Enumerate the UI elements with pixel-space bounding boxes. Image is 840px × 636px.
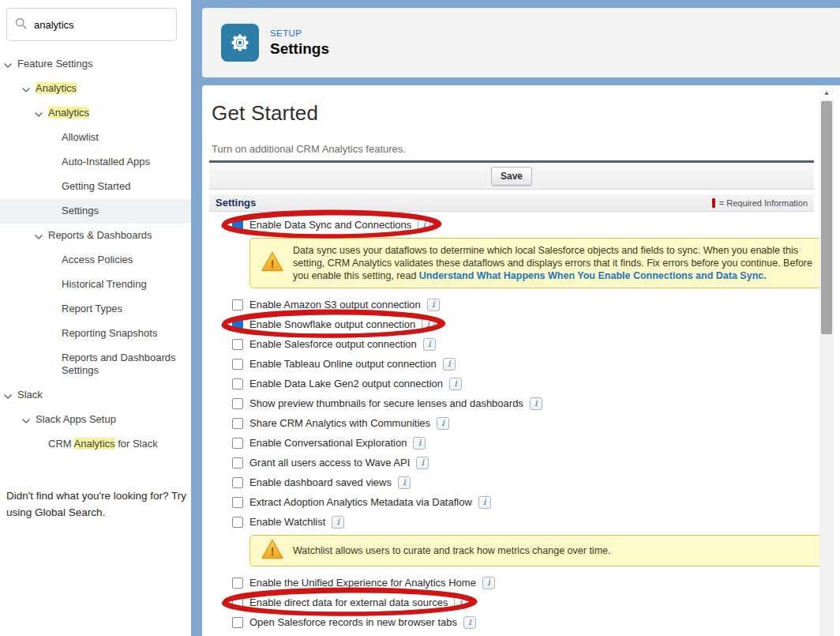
sidebar-item-reporting-snapshots[interactable]: Reporting Snapshots xyxy=(0,322,191,346)
chevron-down-icon[interactable] xyxy=(3,391,13,399)
info-icon[interactable]: i xyxy=(422,318,434,331)
sidebar-item-label: Reports and Dashboards Settings xyxy=(62,352,176,376)
info-icon[interactable]: i xyxy=(398,476,411,489)
chevron-down-icon[interactable] xyxy=(21,85,31,92)
sidebar-item-report-types[interactable]: Report Types xyxy=(0,297,191,322)
sidebar-item-label: Getting Started xyxy=(62,180,130,192)
sidebar-item-label: Allowlist xyxy=(62,131,99,143)
sidebar-item-label: Reports & Dashboards xyxy=(48,229,152,241)
info-icon[interactable]: i xyxy=(530,397,542,410)
sidebar-item-slack[interactable]: Slack xyxy=(0,383,191,408)
setting-label: Enable Amazon S3 output connection xyxy=(249,299,421,310)
setting-row-share-crm-analytics-with-communities: Share CRM Analytics with Communitiesi xyxy=(232,413,814,433)
setting-label: Extract Adoption Analytics Metadata via … xyxy=(249,496,472,508)
info-icon[interactable]: i xyxy=(416,457,429,469)
setting-row-enable-watchlist: Enable Watchlisti xyxy=(232,512,814,532)
sidebar-item-historical-trending[interactable]: Historical Trending xyxy=(0,273,191,297)
sidebar-item-getting-started[interactable]: Getting Started xyxy=(0,175,191,199)
chevron-down-icon[interactable] xyxy=(34,231,43,239)
setting-row-enable-salesforce-output-connection: Enable Salesforce output connectioni xyxy=(232,334,814,354)
checked-checkbox[interactable] xyxy=(232,319,243,330)
svg-text:!: ! xyxy=(271,258,275,270)
setting-label: Enable Snowflake output connection xyxy=(249,318,415,330)
unchecked-checkbox[interactable] xyxy=(232,378,243,390)
quick-find-searchbox[interactable] xyxy=(6,8,177,41)
info-icon[interactable]: i xyxy=(449,378,462,390)
sidebar-item-label: Reporting Snapshots xyxy=(62,327,157,339)
sidebar-item-auto-installed-apps[interactable]: Auto-Installed Apps xyxy=(0,150,191,175)
setting-row-enable-conversational-exploration: Enable Conversational Explorationi xyxy=(232,433,814,453)
sidebar-item-slack-apps-setup[interactable]: Slack Apps Setup xyxy=(0,408,191,432)
setting-row-enable-auto-installation-of-apps: Enable Auto Installation of Appsi xyxy=(232,632,814,636)
warning-link[interactable]: Understand What Happens When You Enable … xyxy=(419,270,767,281)
sidebar-item-feature-settings[interactable]: Feature Settings xyxy=(0,52,191,77)
unchecked-checkbox[interactable] xyxy=(232,617,243,628)
info-icon[interactable]: i xyxy=(418,219,430,231)
info-icon[interactable]: i xyxy=(463,616,476,629)
settings-content-card: Get Started Turn on additional CRM Analy… xyxy=(202,85,840,636)
scrollbar-thumb[interactable] xyxy=(821,101,832,334)
chevron-down-icon[interactable] xyxy=(21,416,31,423)
unchecked-checkbox[interactable] xyxy=(232,597,243,608)
chevron-down-icon[interactable] xyxy=(34,109,43,117)
setting-label: Enable dashboard saved views xyxy=(249,476,392,488)
settings-section-bar: Settings = Required Information xyxy=(209,194,814,212)
setting-row-grant-all-users-access-to-wave-api: Grant all users access to Wave APIi xyxy=(232,453,814,472)
info-icon[interactable]: i xyxy=(482,577,495,589)
save-button[interactable]: Save xyxy=(491,167,532,186)
sidebar-item-settings[interactable]: Settings xyxy=(0,199,191,224)
get-started-heading: Get Started xyxy=(212,101,819,126)
page-title: Settings xyxy=(270,40,329,58)
sidebar-item-allowlist[interactable]: Allowlist xyxy=(0,126,191,150)
chevron-down-icon[interactable] xyxy=(3,60,13,68)
setting-row-enable-snowflake-output-connection: Enable Snowflake output connectioni xyxy=(232,314,814,334)
unchecked-checkbox[interactable] xyxy=(232,398,243,409)
info-icon[interactable]: i xyxy=(478,496,491,509)
setting-label: Share CRM Analytics with Communities xyxy=(249,417,430,429)
sidebar-item-label: Report Types xyxy=(62,303,122,314)
sidebar-item-reports-dashboards[interactable]: Reports & Dashboards xyxy=(0,224,191,248)
setup-header: SETUP Settings xyxy=(202,8,840,77)
info-icon[interactable]: i xyxy=(454,596,467,609)
search-input[interactable] xyxy=(34,19,160,31)
unchecked-checkbox[interactable] xyxy=(232,418,243,429)
info-icon[interactable]: i xyxy=(332,516,344,529)
unchecked-checkbox[interactable] xyxy=(232,578,243,589)
unchecked-checkbox[interactable] xyxy=(232,517,243,528)
gear-icon xyxy=(221,24,259,62)
checked-checkbox[interactable] xyxy=(232,220,243,231)
unchecked-checkbox[interactable] xyxy=(232,438,243,449)
unchecked-checkbox[interactable] xyxy=(232,359,243,370)
info-icon[interactable]: i xyxy=(413,437,426,450)
unchecked-checkbox[interactable] xyxy=(232,497,243,508)
sidebar-item-analytics[interactable]: Analytics xyxy=(0,77,191,101)
scroll-up-arrow-icon[interactable]: ▲ xyxy=(819,85,834,100)
setup-eyebrow: SETUP xyxy=(270,28,329,38)
info-icon[interactable]: i xyxy=(423,338,436,351)
setting-row-enable-direct-data-for-external-data-sources: Enable direct data for external data sou… xyxy=(232,593,814,612)
warning-banner: !Data sync uses your dataflows to determ… xyxy=(249,238,831,288)
warning-triangle-icon: ! xyxy=(261,539,284,563)
required-information-legend: = Required Information xyxy=(712,198,808,208)
sidebar-item-analytics[interactable]: Analytics xyxy=(0,101,191,126)
sidebar-item-access-policies[interactable]: Access Policies xyxy=(0,248,191,273)
info-icon[interactable]: i xyxy=(437,417,449,430)
unchecked-checkbox[interactable] xyxy=(232,299,243,310)
page-description: Turn on additional CRM Analytics feature… xyxy=(212,143,819,155)
section-title: Settings xyxy=(216,197,256,209)
required-marker xyxy=(712,198,715,208)
unchecked-checkbox[interactable] xyxy=(232,477,243,488)
info-icon[interactable]: i xyxy=(427,299,440,311)
unchecked-checkbox[interactable] xyxy=(232,457,243,469)
sidebar-item-crm-analytics-for-slack[interactable]: CRM Analytics for Slack xyxy=(0,432,191,457)
unchecked-checkbox[interactable] xyxy=(232,339,243,350)
setting-label: Enable the Unified Experience for Analyt… xyxy=(249,577,476,589)
svg-text:!: ! xyxy=(271,545,275,558)
sidebar-item-label: Access Policies xyxy=(62,254,133,265)
vertical-scrollbar[interactable]: ▲ xyxy=(819,85,834,636)
sidebar-item-reports-and-dashboards-settings[interactable]: Reports and Dashboards Settings xyxy=(0,346,191,383)
setting-row-enable-tableau-online-output-connection: Enable Tableau Online output connectioni xyxy=(232,354,814,374)
setting-label: Enable Watchlist xyxy=(249,516,325,528)
info-icon[interactable]: i xyxy=(443,358,456,371)
sidebar-item-label: Analytics xyxy=(48,107,89,119)
